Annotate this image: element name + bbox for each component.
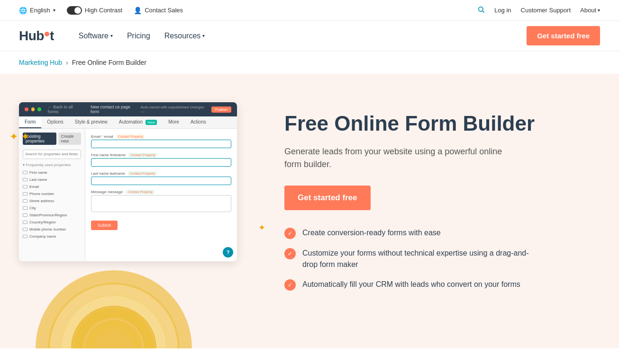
rainbow-decoration <box>28 244 199 348</box>
autosaved-label: Auto saved with unpublished changes — <box>140 105 205 114</box>
language-selector[interactable]: 🌐 English ▾ <box>19 7 55 14</box>
field-email: Email <box>23 183 81 190</box>
svg-line-1 <box>482 11 484 13</box>
nav-cta-button[interactable]: Get started free <box>527 26 600 45</box>
automation-tab[interactable]: Automation New <box>113 116 163 128</box>
sparkle-right-icon: ✦ <box>258 222 265 233</box>
firstname-row: First name firstname Contact Property <box>91 153 231 167</box>
globe-icon: 🌐 <box>19 7 27 14</box>
breadcrumb-parent-link[interactable]: Marketing Hub <box>19 59 62 66</box>
more-tab[interactable]: More <box>163 116 185 128</box>
email-input-mock <box>91 140 231 148</box>
firstname-label: First name firstname Contact Property <box>91 153 231 157</box>
options-tab[interactable]: Options <box>41 116 69 128</box>
resources-label: Resources <box>164 32 200 40</box>
software-label: Software <box>79 32 109 40</box>
check-icon-1: ✓ <box>284 228 296 239</box>
check-icon-3: ✓ <box>284 279 296 291</box>
chevron-down-icon: ▾ <box>53 8 55 13</box>
help-button[interactable]: ? <box>223 247 233 257</box>
logo[interactable]: Hubt <box>19 28 54 44</box>
message-row: Message message Contact Property <box>91 190 231 212</box>
hero-section: ✦ ✦ ← Back to all forms New contact us p… <box>0 74 619 348</box>
breadcrumb-separator: › <box>66 59 68 66</box>
style-tab[interactable]: Style & preview <box>69 116 113 128</box>
field-phone: Phone number <box>23 190 81 197</box>
field-last-name: Last name <box>23 176 81 183</box>
feature-item-1: ✓ Create conversion-ready forms with eas… <box>284 227 531 239</box>
field-state: State/Province/Region <box>23 212 81 219</box>
software-chevron-icon: ▾ <box>110 33 113 38</box>
feature-item-3: ✓ Automatically fill your CRM with leads… <box>284 279 531 291</box>
about-chevron-icon: ▾ <box>598 8 600 13</box>
screenshot-submit-button[interactable]: Submit <box>91 221 118 230</box>
screenshot-tabs: Form Options Style & preview Automation … <box>19 116 237 129</box>
software-nav-item[interactable]: Software ▾ <box>73 28 118 44</box>
publish-button[interactable]: Publish <box>211 107 231 113</box>
screenshot-form-area: Email * email Contact Property First nam… <box>85 129 237 261</box>
person-icon: 👤 <box>134 7 142 14</box>
field-country: Country/Region <box>23 219 81 226</box>
breadcrumb: Marketing Hub › Free Online Form Builder <box>0 51 619 74</box>
resources-chevron-icon: ▾ <box>202 33 205 38</box>
message-label: Message message Contact Property <box>91 190 231 194</box>
language-label: English <box>30 7 50 14</box>
create-new-tab[interactable]: Create new <box>58 133 81 145</box>
actions-tab[interactable]: Actions <box>185 116 212 128</box>
about-label: About <box>580 7 596 14</box>
hero-cta-button[interactable]: Get started free <box>284 186 371 210</box>
svg-point-0 <box>479 7 483 11</box>
feature-text-3: Automatically fill your CRM with leads w… <box>302 279 520 290</box>
field-street: Street address <box>23 197 81 204</box>
high-contrast-toggle[interactable]: High Contrast <box>67 6 122 15</box>
email-row: Email * email Contact Property <box>91 134 231 148</box>
contact-sales-link[interactable]: 👤 Contact Sales <box>134 7 183 14</box>
pricing-nav-item[interactable]: Pricing <box>121 28 156 44</box>
screenshot-topbar: ← Back to all forms New contact us page … <box>19 102 237 116</box>
utility-left: 🌐 English ▾ High Contrast 👤 Contact Sale… <box>19 6 183 15</box>
screenshot-sidebar: Existing properties Create new ▾ Frequen… <box>19 129 85 261</box>
sidebar-tabs: Existing properties Create new <box>23 133 81 145</box>
sparkle-left-icon: ✦ ✦ <box>9 131 29 143</box>
search-button[interactable] <box>477 6 485 15</box>
logo-text: Hubt <box>19 28 54 44</box>
main-nav: Hubt Software ▾ Pricing Resources ▾ Get … <box>0 21 619 51</box>
nav-links: Software ▾ Pricing Resources ▾ <box>73 28 211 44</box>
message-textarea-mock <box>91 195 231 212</box>
email-label: Email * email Contact Property <box>91 134 231 139</box>
field-first-name: First name <box>23 169 81 176</box>
feature-text-1: Create conversion-ready forms with ease <box>302 227 441 239</box>
sidebar-search[interactable] <box>23 150 81 159</box>
breadcrumb-current: Free Online Form Builder <box>72 59 146 66</box>
lastname-row: Last name lastname Contact Property <box>91 171 231 185</box>
firstname-input-mock <box>91 158 231 167</box>
hero-content: Free Online Form Builder Generate leads … <box>284 93 600 291</box>
utility-right: Log in Customer Support About ▾ <box>477 6 600 15</box>
check-icon-2: ✓ <box>284 248 296 259</box>
login-link[interactable]: Log in <box>494 7 511 14</box>
resources-nav-item[interactable]: Resources ▾ <box>159 28 210 44</box>
form-screenshot: ← Back to all forms New contact us page … <box>19 102 237 261</box>
utility-bar: 🌐 English ▾ High Contrast 👤 Contact Sale… <box>0 0 619 21</box>
field-city: City <box>23 204 81 212</box>
rainbow-svg <box>28 244 199 348</box>
nav-left: Hubt Software ▾ Pricing Resources ▾ <box>19 28 210 44</box>
toggle-switch[interactable] <box>67 6 82 15</box>
dot-red <box>25 107 28 111</box>
hero-image-side: ✦ ✦ ← Back to all forms New contact us p… <box>19 93 256 261</box>
lastname-input-mock <box>91 177 231 185</box>
high-contrast-label: High Contrast <box>85 7 122 14</box>
lastname-label: Last name lastname Contact Property <box>91 171 231 176</box>
hero-title: Free Online Form Builder <box>284 112 600 136</box>
hero-description: Generate leads from your website using a… <box>284 145 521 172</box>
form-tab[interactable]: Form <box>19 116 41 128</box>
feature-text-2: Customize your forms without technical e… <box>302 248 531 270</box>
dot-yellow <box>31 107 35 111</box>
hubspot-dot <box>45 32 49 36</box>
contact-sales-label: Contact Sales <box>145 7 183 14</box>
pricing-label: Pricing <box>127 32 150 40</box>
feature-list: ✓ Create conversion-ready forms with eas… <box>284 227 600 291</box>
about-menu[interactable]: About ▾ <box>580 7 600 14</box>
back-link: ← Back to all forms <box>48 105 83 114</box>
customer-support-link[interactable]: Customer Support <box>521 7 571 14</box>
